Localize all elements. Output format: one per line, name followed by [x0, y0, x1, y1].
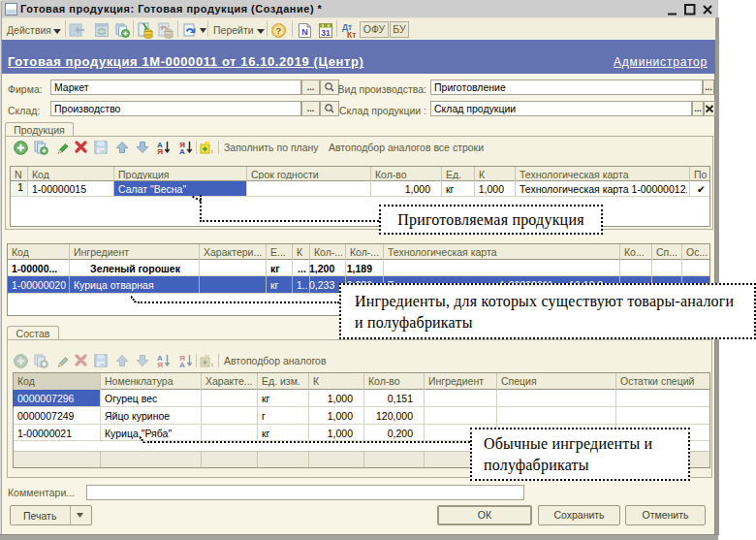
svg-text:А: А	[179, 147, 185, 154]
svg-text:Я: Я	[157, 361, 163, 367]
svg-text:31: 31	[321, 28, 331, 38]
svg-text:t: t	[211, 148, 213, 154]
svg-text:_OK: _OK	[96, 149, 105, 154]
svg-text:?: ?	[276, 25, 282, 36]
svg-text:_OK: _OK	[96, 363, 105, 367]
svg-text:t: t	[211, 362, 213, 367]
svg-text:А: А	[179, 361, 185, 367]
svg-text:Я: Я	[157, 147, 163, 154]
svg-text:N: N	[301, 27, 308, 37]
